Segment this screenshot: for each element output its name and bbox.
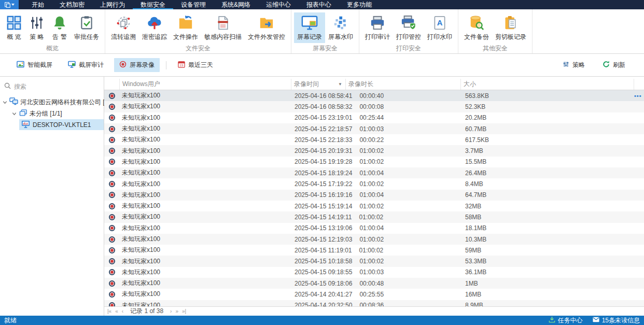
search-input[interactable] <box>14 83 100 90</box>
chevron-down-icon[interactable] <box>3 100 7 105</box>
refresh-button[interactable]: 刷新 <box>597 58 631 72</box>
column-header-duration[interactable]: 录像时长 <box>346 79 461 90</box>
ribbon-item-alert[interactable]: 告 警 <box>48 12 71 43</box>
record-dot-icon <box>109 137 115 143</box>
recent-days-button[interactable]: 23 最近三天 <box>173 58 218 72</box>
table-row[interactable]: 未知玩家x100 2025-04-14 20:41:27 00:25:55 16… <box>104 289 644 300</box>
recordings-panel: Windows用户 录像时间 ▼ 录像时长 大小 未知玩家x100 2025-0… <box>104 77 644 316</box>
ribbon-group-label: 概览 <box>0 44 105 53</box>
table-row[interactable]: 未知玩家x100 2025-04-15 13:19:06 01:00:04 18… <box>104 223 644 234</box>
last-page-button[interactable]: »| <box>182 308 186 314</box>
menu-tab-8[interactable]: 更多功能 <box>339 0 380 9</box>
print-audit-icon <box>369 15 386 31</box>
ribbon-item-sensitive-scan[interactable]: 敏感内容扫描 <box>201 12 245 43</box>
table-row[interactable]: 未知玩家x100 2025-04-15 22:18:33 00:00:22 61… <box>104 134 644 145</box>
ribbon-item-screen-watermark[interactable]: 屏幕水印 <box>325 12 356 43</box>
menu-tab-1[interactable]: 文档加密 <box>52 0 92 9</box>
smart-capture-button[interactable]: 智能截屏 <box>11 58 58 72</box>
table-row[interactable]: 未知玩家x100 2025-04-15 11:19:01 01:00:02 59… <box>104 245 644 256</box>
menu-tab-5[interactable]: 系统&网络 <box>214 0 258 9</box>
table-row[interactable]: 未知玩家x100 2025-04-16 08:58:32 00:00:08 52… <box>104 101 644 112</box>
tree-item-computer[interactable]: DESKTOP-VLKTLE1 <box>19 119 104 130</box>
ribbon-item-label: 告 警 <box>52 33 66 41</box>
ribbon-item-print-control[interactable]: 打印管控 <box>393 12 424 43</box>
column-header-user[interactable]: Windows用户 <box>120 79 291 90</box>
row-time: 2025-04-15 22:18:33 <box>295 136 352 144</box>
next-group-button[interactable]: » <box>175 308 178 314</box>
ribbon-item-policy[interactable]: 策 略 <box>25 12 48 43</box>
screen-recording-button[interactable]: 屏幕录像 <box>114 58 160 72</box>
ribbon-item-print-watermark[interactable]: A 打印水印 <box>424 12 455 43</box>
tree-item-company[interactable]: 河北安图云网络科技有限公司 [1/1] <box>0 96 104 108</box>
menu-tab-2[interactable]: 上网行为 <box>92 0 133 9</box>
table-row[interactable]: 未知玩家x100 2025-04-15 17:19:22 01:00:02 8.… <box>104 178 644 189</box>
row-user: 未知玩家x100 <box>120 135 291 144</box>
ribbon-item-file-outgoing[interactable]: 文件外发管控 <box>245 12 288 43</box>
column-header-time[interactable]: 录像时间 ▼ <box>291 79 346 90</box>
tree-item-ungrouped[interactable]: 未分组 [1/1] <box>0 108 104 119</box>
ribbon-item-flow-trace[interactable]: 流转追溯 <box>108 12 139 43</box>
row-user: 未知玩家x100 <box>120 301 291 306</box>
table-row[interactable]: 未知玩家x100 2025-04-15 16:19:16 01:00:04 64… <box>104 190 644 201</box>
row-duration: 01:00:02 <box>359 214 384 221</box>
table-row[interactable]: 未知玩家x100 2025-04-15 23:19:01 00:25:44 20… <box>104 112 644 123</box>
strategy-button[interactable]: 策略 <box>557 58 590 72</box>
table-row[interactable]: 未知玩家x100 2025-04-16 08:58:41 00:00:40 56… <box>104 90 644 101</box>
menu-tab-7[interactable]: 报表中心 <box>299 0 339 9</box>
table-row[interactable]: 未知玩家x100 2025-04-15 09:18:06 00:00:48 1M… <box>104 278 644 289</box>
download-arrow-icon <box>549 316 555 324</box>
row-time: 2025-04-15 13:19:06 <box>295 224 352 232</box>
column-header-icon[interactable] <box>104 79 120 90</box>
chevron-down-icon[interactable] <box>11 111 17 116</box>
next-page-button[interactable]: › <box>170 308 172 314</box>
column-header-size[interactable]: 大小 <box>461 79 634 90</box>
capture-audit-button[interactable]: 截屏审计 <box>63 58 109 72</box>
table-row[interactable]: 未知玩家x100 2025-04-15 19:19:28 01:00:02 15… <box>104 157 644 167</box>
task-center-button[interactable]: 任务中心 <box>549 316 583 325</box>
unread-messages-button[interactable]: 15条未读信息 <box>593 316 640 325</box>
app-menu-button[interactable] <box>0 0 19 9</box>
ribbon-item-overview[interactable]: 概 览 <box>3 12 25 43</box>
row-user: 未知玩家x100 <box>120 268 291 277</box>
ribbon-item-file-backup[interactable]: 文件备份 <box>461 12 492 43</box>
table-row[interactable]: 未知玩家x100 2025-04-14 20:32:50 00:08:36 8.… <box>104 300 644 306</box>
menu-tab-0[interactable]: 开始 <box>24 0 52 9</box>
ribbon-item-clipboard-record[interactable]: 剪切板记录 <box>492 12 529 43</box>
row-more-icon[interactable]: ••• <box>634 93 642 99</box>
first-page-button[interactable]: |« <box>107 308 111 314</box>
table-row[interactable]: 未知玩家x100 2025-04-15 20:19:31 01:00:02 3.… <box>104 145 644 156</box>
recent-days-calendar-icon: 23 <box>178 61 185 69</box>
row-duration: 00:25:55 <box>359 291 384 298</box>
ribbon-item-screen-record[interactable]: 屏幕记录 <box>294 12 325 43</box>
sort-down-icon[interactable]: ▼ <box>338 82 342 87</box>
ribbon-item-approval[interactable]: 审批任务 <box>71 12 102 43</box>
table-row[interactable]: 未知玩家x100 2025-04-15 18:19:24 01:00:04 26… <box>104 167 644 178</box>
ribbon-item-leak-trace[interactable]: 泄密追踪 <box>139 12 170 43</box>
row-duration: 01:00:04 <box>359 224 384 232</box>
menu-tab-3[interactable]: 数据安全 <box>133 0 173 9</box>
ribbon-item-label: 打印水印 <box>427 33 452 41</box>
table-row[interactable]: 未知玩家x100 2025-04-15 10:18:58 01:00:02 53… <box>104 256 644 266</box>
table-row[interactable]: 未知玩家x100 2025-04-15 14:19:11 01:00:02 58… <box>104 211 644 222</box>
row-duration: 01:00:02 <box>359 147 384 154</box>
ribbon-item-label: 屏幕水印 <box>328 33 353 41</box>
menu-tab-6[interactable]: 运维中心 <box>258 0 299 9</box>
prev-page-button[interactable]: ‹ <box>122 308 123 314</box>
ribbon-item-file-operation[interactable]: 文件操作 <box>170 12 201 43</box>
ribbon-group-label: 文件安全 <box>105 44 291 53</box>
row-duration: 01:00:03 <box>359 269 384 276</box>
ribbon-item-print-audit[interactable]: 打印审计 <box>362 12 393 43</box>
table-row[interactable]: 未知玩家x100 2025-04-15 15:19:14 01:00:02 32… <box>104 201 644 211</box>
row-size: 563.8KB <box>461 92 634 100</box>
policy-sliders-icon <box>29 15 45 31</box>
record-dot-icon <box>109 181 115 187</box>
table-row[interactable]: 未知玩家x100 2025-04-15 09:18:55 01:00:03 36… <box>104 267 644 278</box>
company-network-icon <box>9 97 18 107</box>
table-row[interactable]: 未知玩家x100 2025-04-15 12:19:03 01:00:02 10… <box>104 234 644 245</box>
task-center-label: 任务中心 <box>558 316 583 325</box>
menu-tab-4[interactable]: 设备管理 <box>173 0 214 9</box>
group-icon <box>19 109 27 118</box>
chevron-down-icon <box>11 4 15 6</box>
prev-group-button[interactable]: « <box>115 308 118 314</box>
table-row[interactable]: 未知玩家x100 2025-04-15 22:18:57 01:00:03 60… <box>104 123 644 134</box>
